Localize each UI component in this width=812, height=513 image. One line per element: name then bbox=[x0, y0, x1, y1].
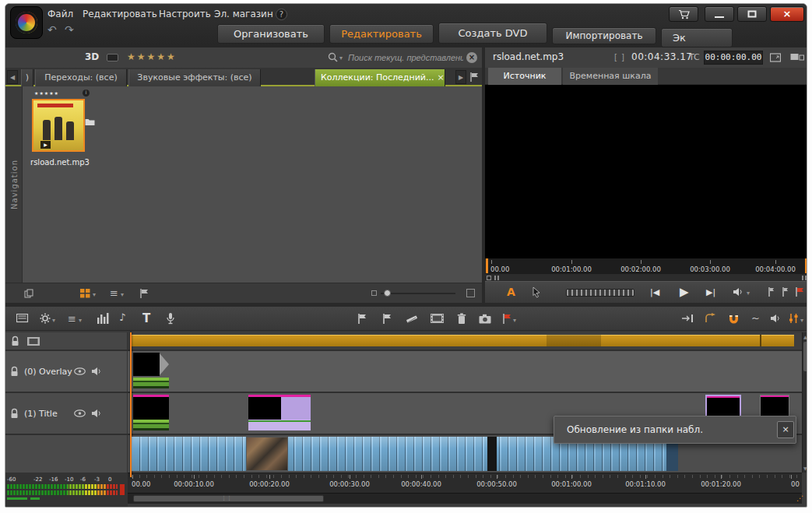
maximize-button[interactable] bbox=[737, 6, 767, 22]
tab-edit[interactable]: Редактировать bbox=[329, 24, 434, 44]
undo-icon[interactable]: ↶ bbox=[47, 23, 57, 36]
resize-grip-icon[interactable]: ⋰ bbox=[796, 494, 804, 502]
track-name[interactable]: (1) Title bbox=[24, 409, 58, 419]
title-clip[interactable] bbox=[133, 395, 169, 430]
tab-export[interactable]: Эк bbox=[661, 28, 733, 47]
storyboard-icon[interactable] bbox=[27, 337, 40, 346]
menu-setup[interactable]: Настроить bbox=[159, 9, 211, 19]
help-icon[interactable]: ? bbox=[276, 9, 287, 20]
lock-icon[interactable] bbox=[9, 366, 19, 377]
title-clip[interactable] bbox=[248, 395, 311, 430]
toolbar-customize-icon[interactable] bbox=[16, 314, 30, 324]
play-icon[interactable]: ▶ bbox=[40, 141, 51, 149]
razor-split-icon[interactable] bbox=[406, 314, 418, 324]
tab-collections[interactable]: Коллекции: Последний... × bbox=[315, 69, 445, 86]
menu-shop[interactable]: Эл. магазин bbox=[214, 9, 273, 19]
speaker-icon[interactable] bbox=[91, 409, 102, 418]
stereo-toggle-icon[interactable] bbox=[107, 54, 118, 61]
red-marker-flag-icon[interactable] bbox=[502, 313, 511, 325]
scroll-thumb[interactable] bbox=[803, 342, 807, 371]
timeline-settings-gear-icon[interactable] bbox=[40, 313, 51, 324]
mark-in-icon[interactable] bbox=[486, 258, 488, 274]
navigator-track[interactable] bbox=[128, 332, 802, 350]
audio-keyframe-icon[interactable] bbox=[770, 314, 781, 323]
timecode-value[interactable]: 00:00:00.00 bbox=[704, 51, 763, 65]
red-flag-icon[interactable] bbox=[795, 286, 804, 297]
lock-icon[interactable] bbox=[9, 408, 19, 419]
eye-icon[interactable] bbox=[74, 367, 86, 375]
item-rating-stars[interactable]: ★★★★★ bbox=[34, 90, 59, 96]
player-scrollbar[interactable] bbox=[485, 273, 807, 281]
notification-close-button[interactable]: × bbox=[777, 421, 794, 438]
menu-edit[interactable]: Редактировать bbox=[83, 9, 157, 19]
playhead[interactable] bbox=[130, 332, 132, 477]
tab-sound-effects[interactable]: Звуковые эффекты: (все) bbox=[128, 69, 261, 86]
navigator-bar[interactable] bbox=[132, 335, 794, 346]
tab-transitions[interactable]: Переходы: (все) bbox=[35, 69, 127, 86]
tab-create-dvd[interactable]: Создать DVD bbox=[438, 23, 547, 44]
list-view-icon[interactable]: ≡ bbox=[110, 287, 118, 299]
magnet-snap-icon[interactable] bbox=[728, 313, 740, 325]
rating-filter-stars[interactable]: ★★★★★ bbox=[127, 51, 177, 62]
thumbnail-view-icon[interactable] bbox=[80, 289, 90, 298]
volume-icon[interactable] bbox=[733, 287, 743, 297]
next-frame-button[interactable]: ▶| bbox=[706, 287, 715, 297]
marker-flag-caret-icon[interactable]: ▾ bbox=[513, 317, 516, 324]
scroll-handle-right[interactable] bbox=[805, 276, 807, 280]
previous-frame-button[interactable]: |◀ bbox=[650, 287, 659, 297]
search-input[interactable] bbox=[348, 51, 463, 65]
tabs-scroll-left-icon[interactable]: ◀ bbox=[7, 70, 18, 84]
audio-source-button[interactable]: A bbox=[507, 286, 515, 298]
scroll-handle-left[interactable] bbox=[494, 276, 496, 280]
tab-source[interactable]: Источник bbox=[488, 68, 561, 85]
video-preview[interactable] bbox=[485, 85, 807, 258]
marker-flag-icon[interactable] bbox=[382, 313, 392, 325]
marker-menu-caret-icon[interactable]: ▾ bbox=[79, 317, 82, 324]
marker-pin-icon[interactable] bbox=[767, 286, 775, 297]
lock-icon[interactable] bbox=[10, 336, 20, 346]
mark-out-icon[interactable] bbox=[805, 258, 807, 274]
scroll-up-icon[interactable]: ▲ bbox=[803, 334, 807, 339]
scroll-down-icon[interactable]: ▼ bbox=[803, 466, 807, 471]
close-button[interactable]: × bbox=[770, 6, 804, 22]
menu-file[interactable]: Файл bbox=[47, 9, 73, 19]
tag-flag-icon[interactable] bbox=[139, 288, 149, 299]
track-header-overlay[interactable]: (0) Overlay bbox=[5, 351, 128, 392]
play-button[interactable]: ▶ bbox=[680, 285, 689, 299]
tab-import[interactable]: Импортировать bbox=[552, 27, 656, 44]
cart-button[interactable] bbox=[669, 6, 698, 22]
track-header-title[interactable]: (1) Title bbox=[5, 393, 128, 434]
zoom-in-icon[interactable] bbox=[466, 289, 475, 297]
mix-tools-caret-icon[interactable]: ▾ bbox=[800, 317, 803, 324]
track-name[interactable]: (0) Overlay bbox=[24, 367, 72, 377]
track-header-main[interactable] bbox=[5, 435, 128, 473]
item-thumbnail[interactable]: ▶ bbox=[32, 99, 85, 152]
overlay-clip[interactable] bbox=[133, 353, 169, 388]
filmstrip-icon[interactable] bbox=[431, 314, 444, 323]
info-icon[interactable]: i bbox=[83, 90, 90, 97]
audio-mixer-icon[interactable] bbox=[97, 313, 109, 324]
tab-collections-close-icon[interactable]: × bbox=[437, 69, 444, 86]
list-view-caret-icon[interactable]: ▾ bbox=[121, 291, 124, 298]
library-item[interactable]: ★★★★★ i ▶ rsload.net.mp3 bbox=[27, 90, 93, 169]
pin-panel-icon[interactable] bbox=[469, 72, 480, 83]
volume-caret-icon[interactable]: ▾ bbox=[747, 290, 750, 297]
fullscreen-icon[interactable] bbox=[770, 53, 781, 62]
marker-pin-icon[interactable] bbox=[781, 286, 789, 297]
trim-mode-flag-icon[interactable] bbox=[357, 313, 367, 325]
mix-tools-icon[interactable] bbox=[789, 313, 799, 324]
scorefitter-note-icon[interactable]: ♪ bbox=[119, 311, 125, 323]
trash-icon[interactable] bbox=[457, 313, 466, 325]
marker-menu-icon[interactable]: ≡ bbox=[68, 313, 76, 325]
overlay-track[interactable] bbox=[128, 351, 802, 392]
jog-scrubber[interactable] bbox=[566, 289, 634, 297]
navigation-strip[interactable]: Navigation bbox=[5, 86, 23, 283]
thumbnail-view-caret-icon[interactable]: ▾ bbox=[93, 291, 96, 298]
tab-partial[interactable]: ) bbox=[21, 69, 33, 86]
settings-caret-icon[interactable]: ▾ bbox=[52, 317, 55, 324]
view-3d-toggle[interactable]: 3D bbox=[85, 51, 99, 62]
zoom-slider-knob[interactable] bbox=[384, 290, 391, 297]
tracks-vertical-scrollbar[interactable]: ▲ ▼ bbox=[802, 332, 807, 473]
search-scope-caret-icon[interactable]: ▾ bbox=[339, 54, 343, 61]
title-editor-icon[interactable]: T bbox=[142, 311, 150, 325]
